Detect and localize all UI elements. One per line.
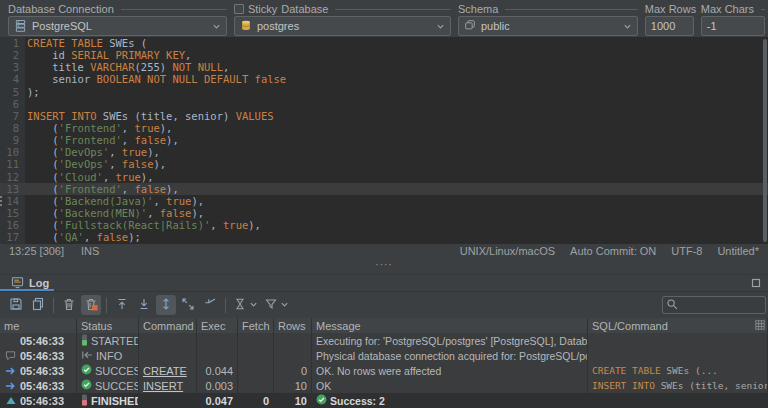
auto-clear-icon [84,297,98,313]
arrow-right-icon [4,366,17,376]
cell-rows: 0 [274,363,312,378]
cell-exec [197,333,238,348]
log-search-box[interactable] [662,296,766,314]
cell-time: 05:46:33 [0,363,77,378]
editor-line[interactable]: 17 ('QA', false); [0,231,768,243]
database-connection-select[interactable]: PostgreSQL [8,16,227,36]
expand-icon [181,297,195,313]
editor-line[interactable]: 4 senior BOOLEAN NOT NULL DEFAULT false [0,73,768,85]
timestamp: 05:46:33 [20,395,64,407]
column-header-exec[interactable]: Exec [197,318,238,333]
schema-select[interactable]: public [458,16,638,36]
schema-group: Schema public [458,2,638,37]
editor-line[interactable]: 9 ('Frontend', false), [0,134,768,146]
column-header-sql[interactable]: SQL/Command [588,318,768,333]
editor-line[interactable]: 7INSERT INTO SWEs (title, senior) VALUES [0,110,768,122]
cell-rows [274,348,312,363]
editor-line[interactable]: 16 ('Fullstack(React|Rails)', true), [0,219,768,231]
sticky-checkbox[interactable] [234,4,244,14]
column-chooser-icon[interactable] [755,320,765,332]
editor-line[interactable]: 14 ('Backend(Java)', true), [0,195,768,207]
cell-rows [274,333,312,348]
schema-icon [464,19,476,33]
editor-line[interactable]: 10 ('DevOps', true), [0,146,768,158]
collapse-button[interactable] [200,295,220,315]
splitter-handle[interactable]: ···· [375,259,392,270]
max-chars-group: Max Chars -1 [701,2,765,37]
log-row[interactable]: 05:46:33SUCCESSINSERT0.00310OKINSERT INT… [0,378,768,393]
expand-button[interactable] [178,295,198,315]
tail-button[interactable] [156,295,176,315]
command-link[interactable]: INSERT [143,380,183,392]
cell-fetch [238,363,274,378]
cell-status: INFO [77,348,139,363]
editor-line[interactable]: 5); [0,86,768,98]
sql-editor[interactable]: 1CREATE TABLE SWEs (2 id SERIAL PRIMARY … [0,37,768,244]
schema-label-text: Schema [458,3,498,15]
caret-marker [0,196,3,206]
search-input[interactable] [681,299,761,311]
editor-line[interactable]: 8 ('Frontend', true), [0,122,768,134]
line-number: 12 [0,171,25,183]
editor-line[interactable]: 6 [0,98,768,110]
code-text: senior BOOLEAN NOT NULL DEFAULT false [25,73,286,85]
editor-line[interactable]: 1CREATE TABLE SWEs ( [0,37,768,49]
active-tab-underline [0,289,54,291]
editor-line[interactable]: 13 ('Frontend', false), [0,183,768,195]
max-chars-value: -1 [707,20,717,32]
group-rule [505,9,638,10]
float-panel-icon[interactable] [751,278,761,288]
cell-time: 05:46:33 [0,378,77,393]
cell-time: 05:46:33 [0,393,77,408]
column-header-rows[interactable]: Rows [274,318,312,333]
line-number: 13 [0,183,25,195]
timestamp: 05:46:33 [20,335,64,347]
cell-exec: 0.047 [197,393,238,408]
column-header-time[interactable]: me [0,318,77,333]
max-chars-input[interactable]: -1 [701,16,765,36]
log-row[interactable]: 05:46:33STARTEDExecuting for: 'PostgreSQ… [0,333,768,348]
log-row[interactable]: 05:46:33SUCCESSCREATE0.0440OK. No rows w… [0,363,768,378]
message-text: OK. No rows were affected [316,365,441,377]
log-row[interactable]: 05:46:33FINISHED0.047010Success: 2 [0,393,768,408]
log-rows: 05:46:33STARTEDExecuting for: 'PostgreSQ… [0,333,768,408]
editor-line[interactable]: 11 ('DevOps', false), [0,158,768,170]
column-header-status[interactable]: Status [77,318,139,333]
tail-icon [159,297,173,313]
cell-command: CREATE [139,363,197,378]
copy-icon [31,297,45,313]
database-select[interactable]: postgres [234,16,451,36]
code-text: INSERT INTO SWEs (title, senior) VALUES [25,110,274,122]
code-text: ('Cloud', true), [25,171,153,183]
log-row[interactable]: 05:46:33INFOPhysical database connection… [0,348,768,363]
scroll-top-button[interactable] [112,295,132,315]
line-number: 8 [0,122,25,134]
editor-line[interactable]: 3 title VARCHAR(255) NOT NULL, [0,61,768,73]
copy-button[interactable] [28,295,48,315]
column-header-fetch[interactable]: Fetch [238,318,274,333]
sticky-database-label: Sticky Database [234,2,451,16]
max-rows-label: Max Rows [645,2,694,16]
cell-rows: 10 [274,393,312,408]
auto-clear-button[interactable] [81,295,101,315]
success-check-icon [81,364,92,377]
database-label: Database [281,3,328,15]
panel-splitter: ···· [0,258,768,274]
save-button[interactable] [6,295,26,315]
editor-line[interactable]: 12 ('Cloud', true), [0,171,768,183]
max-rows-input[interactable]: 1000 [645,16,694,36]
file-name: Untitled* [717,245,759,257]
editor-line[interactable]: 15 ('Backend(MEN)', false), [0,207,768,219]
column-header-message[interactable]: Message [312,318,588,333]
editor-line[interactable]: 2 id SERIAL PRIMARY KEY, [0,49,768,61]
command-link[interactable]: CREATE [143,365,187,377]
delete-button[interactable] [59,295,79,315]
status-text: STARTED [91,335,139,347]
line-number: 15 [0,207,25,219]
filter-button[interactable] [262,295,291,315]
column-header-command[interactable]: Command [139,318,197,333]
editor-scrollbar[interactable] [763,39,767,242]
status-text: SUCCESS [95,380,139,392]
time-filter-button[interactable] [231,295,260,315]
scroll-bottom-button[interactable] [134,295,154,315]
